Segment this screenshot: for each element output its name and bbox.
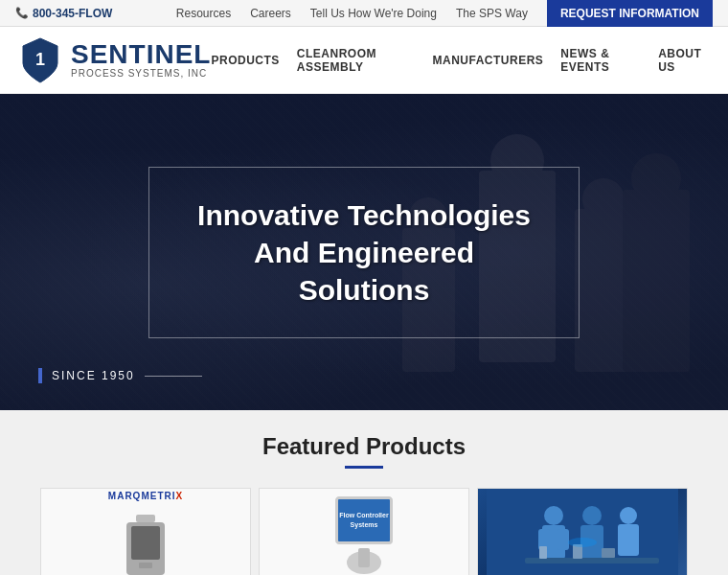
svg-point-22 (620, 507, 637, 524)
nav-news[interactable]: NEWS & EVENTS (560, 47, 641, 74)
header: 1 SENTINEL PROCESS SYSTEMS, INC PRODUCTS… (0, 27, 728, 94)
svg-rect-23 (618, 524, 639, 556)
product-image-1: MARQMETRIX (41, 489, 250, 575)
nav-sps-way[interactable]: The SPS Way (456, 7, 528, 20)
svg-text:1: 1 (35, 50, 45, 69)
shield-logo-icon: 1 (19, 36, 61, 84)
marqmetrix-x: X (176, 491, 184, 501)
card2-content: Flow ControllerSystems (260, 489, 468, 575)
svg-rect-14 (358, 548, 370, 567)
svg-point-28 (568, 538, 597, 547)
nav-about[interactable]: ABOUT US (658, 47, 709, 74)
main-nav: PRODUCTS CLEANROOM ASSEMBLY MANUFACTURER… (211, 47, 709, 74)
flow-screen: Flow ControllerSystems (335, 496, 393, 544)
card3-content (478, 489, 687, 575)
nav-manufacturers[interactable]: MANUFACTURERS (432, 54, 543, 67)
nav-resources[interactable]: Resources (176, 7, 231, 20)
phone-number: 800-345-FLOW (33, 7, 112, 20)
phone-icon: 📞 (15, 7, 29, 19)
product-image-3 (478, 489, 687, 575)
nav-careers[interactable]: Careers (250, 7, 291, 20)
since-text: SINCE 1950 (52, 369, 135, 382)
hero-box: Innovative TechnologiesAnd EngineeredSol… (148, 167, 580, 338)
svg-point-16 (544, 506, 563, 525)
company-name: SENTINEL (71, 41, 211, 68)
svg-rect-12 (139, 563, 152, 568)
hero-since: SINCE 1950 (38, 368, 202, 383)
product-card-3[interactable] (477, 488, 688, 575)
featured-section: Featured Products MARQMETRIX (0, 410, 728, 575)
svg-point-6 (631, 153, 681, 203)
cleanroom-svg (487, 489, 678, 575)
svg-rect-19 (557, 529, 569, 550)
svg-rect-9 (136, 515, 155, 522)
logo-text: SENTINEL PROCESS SYSTEMS, INC (71, 41, 211, 79)
product-card-1[interactable]: MARQMETRIX (40, 488, 251, 575)
svg-rect-27 (602, 548, 615, 558)
device-svg-1 (122, 505, 170, 575)
svg-rect-11 (131, 526, 160, 560)
product-image-2: Flow ControllerSystems (260, 489, 468, 575)
product-card-2[interactable]: Flow ControllerSystems (259, 488, 469, 575)
featured-title: Featured Products (19, 433, 709, 460)
phone-area[interactable]: 📞 800-345-FLOW (15, 7, 112, 20)
hero-content: Innovative TechnologiesAnd EngineeredSol… (129, 148, 599, 357)
nav-products[interactable]: PRODUCTS (211, 54, 279, 67)
request-information-button[interactable]: REQUEST INFORMATION (547, 0, 713, 27)
logo[interactable]: 1 SENTINEL PROCESS SYSTEMS, INC (19, 36, 211, 84)
featured-underline (345, 466, 383, 469)
svg-rect-25 (539, 546, 547, 559)
company-sub: PROCESS SYSTEMS, INC (71, 68, 211, 79)
flow-device: Flow ControllerSystems (335, 496, 393, 576)
products-row: MARQMETRIX Flow ControllerSystems (19, 488, 709, 575)
nav-tell-us[interactable]: Tell Us How We're Doing (310, 7, 437, 20)
svg-point-20 (582, 506, 602, 525)
top-bar: 📞 800-345-FLOW Resources Careers Tell Us… (0, 0, 728, 27)
top-nav: Resources Careers Tell Us How We're Doin… (176, 0, 713, 27)
svg-rect-5 (623, 190, 690, 372)
hero-section: Innovative TechnologiesAnd EngineeredSol… (0, 94, 728, 410)
card1-content: MARQMETRIX (41, 489, 250, 575)
marqmetrix-brand: MARQMETRIX (108, 491, 183, 501)
since-line-icon (145, 376, 202, 377)
nav-cleanroom[interactable]: CLEANROOM ASSEMBLY (297, 47, 416, 74)
since-bar-icon (38, 368, 42, 383)
hero-title: Innovative TechnologiesAnd EngineeredSol… (197, 196, 531, 309)
flow-base-svg (345, 548, 383, 576)
